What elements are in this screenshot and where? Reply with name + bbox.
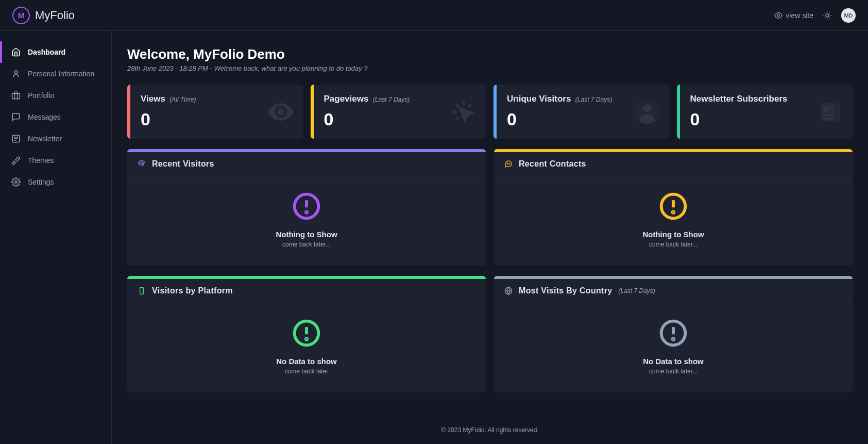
theme-toggle-button[interactable]: [823, 11, 832, 20]
briefcase-icon: [11, 91, 21, 100]
globe-icon: [504, 287, 513, 295]
empty-title: Nothing to Show: [276, 230, 337, 239]
stat-title: Newsletter Subscribers: [690, 94, 788, 104]
stats-row: Views (All Time) 0 Pageviews (Last 7 Day…: [127, 85, 853, 139]
page-title: Welcome, MyFolio Demo: [127, 46, 853, 62]
sidebar-item-label: Personal Information: [28, 70, 94, 78]
empty-title: Nothing to Show: [642, 230, 704, 239]
stat-timeframe: (Last 7 Days): [373, 96, 410, 103]
alert-icon: [659, 192, 688, 221]
svg-point-24: [673, 212, 674, 213]
message-icon: [11, 112, 21, 122]
avatar[interactable]: MD: [841, 8, 856, 23]
logo-icon: M: [12, 7, 30, 24]
sun-icon: [823, 11, 832, 20]
sidebar-item-newsletter[interactable]: Newsletter: [0, 128, 111, 150]
panel-recent-visitors: Recent Visitors Nothing to Show come bac…: [127, 149, 486, 266]
header: M MyFolio view site MD: [0, 0, 868, 31]
sidebar-item-label: Dashboard: [28, 48, 65, 56]
empty-sub: come back later...: [649, 368, 697, 375]
sidebar-item-label: Settings: [28, 178, 54, 186]
panel-title: Recent Visitors: [152, 159, 214, 169]
alert-icon: [292, 192, 321, 221]
svg-point-8: [15, 181, 18, 184]
page-subtitle: 28th June 2023 - 18:28 PM - Welcome back…: [127, 64, 853, 72]
empty-sub: come back later: [285, 368, 329, 375]
brand-name: MyFolio: [35, 9, 75, 22]
panel-subtitle: (Last 7 Days): [618, 287, 655, 294]
sidebar-item-label: Themes: [28, 156, 54, 165]
panel-recent-contacts: Recent Contacts Nothing to Show come bac…: [494, 149, 853, 266]
sidebar-item-messages[interactable]: Messages: [0, 106, 111, 128]
eye-icon: [774, 11, 782, 20]
empty-title: No Data to show: [276, 357, 337, 366]
panel-title: Most Visits By Country: [519, 286, 612, 295]
svg-rect-13: [831, 109, 835, 111]
stat-card-unique-visitors: Unique Visitors (Last 7 Days) 0: [493, 85, 670, 139]
svg-rect-3: [12, 93, 20, 99]
home-icon: [11, 47, 21, 57]
sidebar-item-themes[interactable]: Themes: [0, 150, 111, 171]
news-icon: [814, 98, 845, 126]
empty-title: No Data to show: [643, 357, 704, 366]
panel-visits-country: Most Visits By Country (Last 7 Days) No …: [494, 276, 853, 392]
alert-icon: [292, 319, 321, 348]
footer: © 2023 MyFolio. All rights reserved.: [127, 410, 853, 444]
gear-icon: [11, 177, 21, 187]
stat-title: Pageviews: [324, 94, 369, 104]
logo[interactable]: M MyFolio: [12, 7, 75, 24]
panel-visitors-platform: Visitors by Platform No Data to show com…: [127, 276, 486, 392]
svg-point-19: [507, 163, 508, 164]
empty-sub: come back later...: [649, 241, 697, 248]
svg-point-34: [673, 339, 674, 340]
sidebar-item-settings[interactable]: Settings: [0, 171, 111, 193]
svg-rect-25: [140, 287, 144, 294]
phone-icon: [138, 287, 146, 295]
stat-timeframe: (All Time): [169, 96, 196, 103]
panel-title: Recent Contacts: [519, 159, 586, 169]
svg-point-18: [306, 212, 307, 213]
sidebar-item-label: Messages: [28, 113, 61, 121]
svg-point-1: [826, 14, 829, 17]
alert-icon: [659, 319, 688, 348]
empty-sub: come back later...: [282, 241, 331, 248]
main-content: Welcome, MyFolio Demo 28th June 2023 - 1…: [112, 31, 868, 444]
view-site-link[interactable]: view site: [774, 11, 813, 20]
svg-rect-14: [823, 114, 835, 116]
sidebar-item-label: Portfolio: [28, 91, 54, 100]
sidebar-item-portfolio[interactable]: Portfolio: [0, 85, 111, 106]
svg-point-20: [508, 163, 509, 164]
svg-point-0: [777, 14, 779, 17]
svg-point-29: [306, 339, 307, 340]
eye-icon: [265, 98, 296, 126]
stat-card-newsletter: Newsletter Subscribers 0: [677, 85, 853, 139]
stat-card-views: Views (All Time) 0: [127, 85, 303, 139]
stat-title: Unique Visitors: [507, 94, 571, 104]
stat-timeframe: (Last 7 Days): [575, 96, 612, 103]
sidebar-item-dashboard[interactable]: Dashboard: [0, 41, 111, 63]
fingerprint-icon: [138, 160, 146, 168]
sidebar: Dashboard Personal Information Portfolio…: [0, 31, 112, 444]
svg-rect-11: [823, 106, 829, 111]
svg-point-21: [509, 163, 510, 164]
svg-rect-15: [823, 118, 835, 119]
svg-point-10: [643, 104, 651, 112]
stat-title: Views: [141, 94, 165, 104]
panel-title: Visitors by Platform: [152, 286, 233, 295]
svg-point-2: [14, 71, 18, 74]
view-site-label: view site: [786, 11, 813, 20]
sidebar-item-label: Newsletter: [28, 135, 62, 143]
person-icon: [632, 98, 662, 126]
svg-rect-12: [831, 106, 835, 107]
chat-icon: [504, 160, 513, 168]
newspaper-icon: [11, 134, 21, 143]
stat-card-pageviews: Pageviews (Last 7 Days) 0: [311, 85, 487, 139]
brush-icon: [11, 156, 21, 165]
click-icon: [448, 98, 479, 126]
user-icon: [11, 69, 21, 78]
sidebar-item-personal-info[interactable]: Personal Information: [0, 63, 111, 85]
